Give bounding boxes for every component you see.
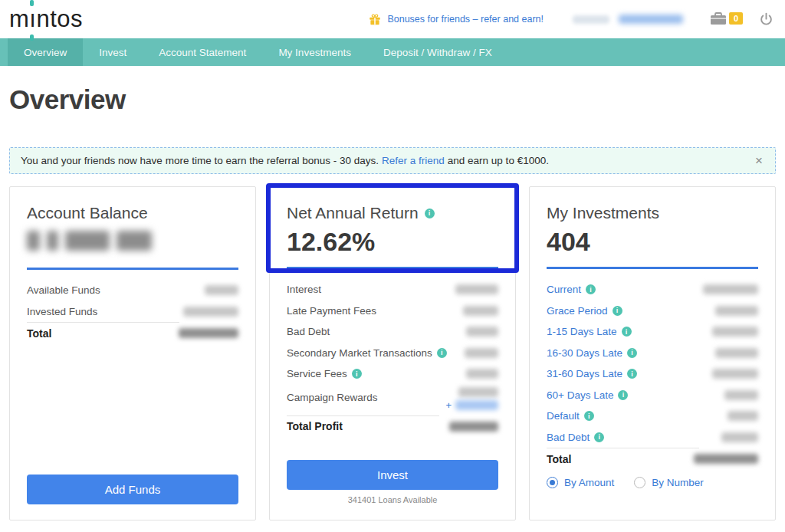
row-link-label[interactable]: Current	[547, 284, 581, 295]
redacted-value	[455, 284, 498, 294]
row-bad-debt: Bad Debt	[287, 321, 498, 343]
by-amount-radio[interactable]: By Amount	[547, 477, 614, 488]
banner-text-before: You and your friends now have more time …	[21, 155, 379, 166]
row-1-15-days-late: 1-15 Days Latei	[547, 321, 758, 343]
row-label: Invested Funds	[27, 306, 97, 317]
my-investments-title: My Investments	[547, 204, 758, 222]
radio-selected-icon[interactable]	[547, 477, 558, 488]
plus-sign: +	[445, 399, 452, 411]
by-number-radio[interactable]: By Number	[634, 477, 704, 488]
my-investments-rows: Currenti Grace Periodi 1-15 Days Latei 1…	[547, 279, 758, 470]
row-current: Currenti	[547, 279, 758, 300]
tab-overview[interactable]: Overview	[8, 38, 83, 66]
redacted-value	[715, 348, 758, 358]
row-label: Campaign Rewards	[287, 392, 378, 403]
redacted-value	[724, 390, 758, 400]
info-icon[interactable]: i	[586, 284, 596, 294]
card-underline	[287, 267, 498, 269]
bonus-link-label: Bonuses for friends – refer and earn!	[387, 14, 544, 25]
row-60plus-days-late: 60+ Days Latei	[547, 385, 758, 406]
row-total: Total	[27, 323, 238, 344]
account-balance-value-redacted	[27, 225, 238, 256]
net-annual-return-title: Net Annual Return i	[287, 204, 498, 222]
radio-unselected-icon[interactable]	[634, 477, 645, 488]
tab-my-investments[interactable]: My Investments	[262, 38, 367, 66]
row-link-label[interactable]: 60+ Days Late	[547, 389, 613, 401]
redacted-value	[466, 369, 498, 379]
row-campaign-rewards: Campaign Rewards +	[287, 385, 498, 415]
row-label: Total	[547, 453, 571, 465]
net-annual-return-card: Net Annual Return i 12.62% Interest Late…	[269, 186, 516, 521]
row-bad-debt: Bad Debti	[547, 427, 758, 448]
banner-close-icon[interactable]: ×	[754, 154, 764, 167]
row-link-label[interactable]: Grace Period	[547, 305, 608, 317]
account-balance-card: Account Balance Available Funds Invested…	[9, 186, 256, 521]
net-annual-return-value: 12.62%	[287, 227, 498, 257]
investments-view-toggle: By Amount By Number	[547, 477, 758, 488]
row-available-funds: Available Funds	[27, 280, 238, 301]
tab-invest[interactable]: Invest	[83, 38, 143, 66]
redacted-value	[728, 411, 758, 421]
info-icon[interactable]: i	[627, 348, 637, 358]
info-icon[interactable]: i	[622, 327, 632, 337]
row-link-label[interactable]: Default	[547, 410, 580, 422]
redacted-header-value	[573, 15, 609, 24]
redacted-value	[183, 307, 238, 317]
row-label: Bad Debt	[287, 326, 330, 337]
my-investments-card: My Investments 404 Currenti Grace Period…	[529, 186, 776, 521]
redacted-value	[465, 348, 498, 358]
tab-account-statement[interactable]: Account Statement	[143, 38, 262, 66]
info-icon[interactable]: i	[613, 306, 622, 316]
banner-text-after: and earn up to €1000.	[448, 155, 549, 166]
card-underline	[27, 268, 238, 270]
redacted-account-name[interactable]	[619, 15, 683, 24]
overview-cards: Account Balance Available Funds Invested…	[9, 186, 776, 521]
redacted-value	[712, 327, 758, 337]
row-label: Interest	[287, 284, 321, 295]
redacted-value	[179, 328, 238, 338]
row-label: Late Payment Fees	[287, 305, 376, 317]
info-icon[interactable]: i	[437, 348, 447, 358]
info-icon[interactable]: i	[627, 369, 637, 379]
refer-a-friend-link[interactable]: Refer a friend	[382, 155, 445, 166]
bonus-referral-link[interactable]: Bonuses for friends – refer and earn!	[368, 12, 544, 26]
tab-deposit-withdraw-fx[interactable]: Deposit / Withdraw / FX	[367, 38, 508, 66]
info-icon[interactable]: i	[594, 432, 604, 442]
redacted-bonus-value	[455, 400, 498, 410]
top-bar-right: Bonuses for friends – refer and earn! 0	[368, 9, 774, 29]
row-16-30-days-late: 16-30 Days Latei	[547, 343, 758, 364]
main-nav: Overview Invest Account Statement My Inv…	[0, 38, 785, 66]
card-title-label: Net Annual Return	[287, 204, 419, 222]
redacted-value	[463, 306, 498, 316]
info-icon[interactable]: i	[425, 209, 435, 218]
row-default: Defaulti	[547, 406, 758, 427]
row-link-label[interactable]: 16-30 Days Late	[547, 347, 622, 359]
row-grace-period: Grace Periodi	[547, 300, 758, 322]
net-annual-return-rows: Interest Late Payment Fees Bad Debt Seco…	[287, 279, 498, 437]
portfolio-inbox-button[interactable]: 0	[709, 9, 743, 29]
row-label: Service Fees	[287, 368, 347, 379]
logout-button[interactable]	[758, 11, 774, 28]
page-title: Overview	[9, 84, 776, 115]
info-icon[interactable]: i	[618, 390, 628, 400]
row-label: Available Funds	[27, 284, 100, 296]
account-balance-title: Account Balance	[27, 204, 238, 222]
row-link-label[interactable]: 1-15 Days Late	[547, 326, 617, 337]
add-funds-button[interactable]: Add Funds	[27, 475, 238, 504]
radio-label: By Number	[652, 477, 704, 488]
row-label: Secondary Market Transactions	[287, 347, 432, 359]
logo-part: m	[9, 5, 29, 33]
inbox-count-badge: 0	[729, 12, 743, 25]
mintos-logo[interactable]: mıntos	[9, 5, 83, 33]
row-link-label[interactable]: 31-60 Days Late	[547, 368, 622, 379]
logo-i-accent: ı	[29, 5, 36, 33]
info-icon[interactable]: i	[584, 411, 594, 421]
row-link-label[interactable]: Bad Debt	[547, 432, 590, 443]
row-total: Total	[547, 448, 758, 470]
card-underline	[547, 267, 758, 269]
redacted-value	[449, 422, 498, 432]
info-icon[interactable]: i	[352, 369, 362, 379]
redacted-value	[458, 387, 498, 397]
invest-button[interactable]: Invest	[287, 460, 498, 490]
row-invested-funds: Invested Funds	[27, 301, 238, 323]
